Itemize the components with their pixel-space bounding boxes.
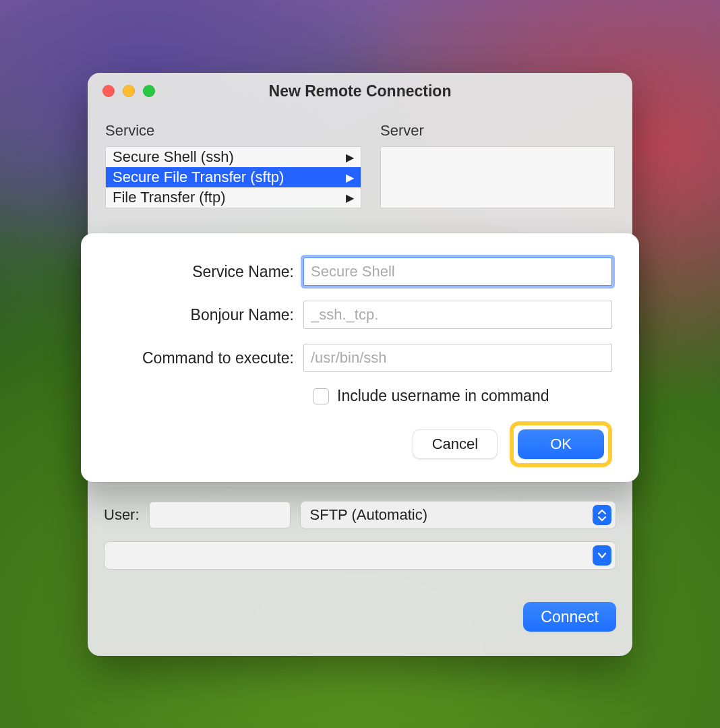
window-title: New Remote Connection	[88, 82, 632, 100]
chevron-right-icon: ▶	[346, 171, 354, 184]
service-name-label: Service Name:	[108, 263, 303, 281]
scheme-dropdown[interactable]: SFTP (Automatic)	[300, 501, 616, 529]
chevron-right-icon: ▶	[346, 191, 354, 204]
ok-button[interactable]: OK	[518, 429, 604, 459]
service-item-ftp[interactable]: File Transfer (ftp) ▶	[106, 187, 361, 208]
updown-icon	[593, 505, 611, 525]
new-remote-connection-window: New Remote Connection Service Secure She…	[88, 73, 632, 656]
scheme-label: SFTP (Automatic)	[310, 506, 427, 524]
service-item-label: Secure File Transfer (sftp)	[113, 169, 284, 186]
service-list[interactable]: Secure Shell (ssh) ▶ Secure File Transfe…	[105, 146, 361, 208]
include-username-checkbox[interactable]	[313, 388, 329, 404]
include-username-label: Include username in command	[337, 387, 549, 405]
service-sheet: Service Name: Bonjour Name: Command to e…	[81, 233, 639, 482]
titlebar: New Remote Connection	[88, 73, 632, 110]
service-item-sftp[interactable]: Secure File Transfer (sftp) ▶	[106, 167, 361, 187]
service-header: Service	[105, 122, 361, 140]
service-item-label: Secure Shell (ssh)	[113, 148, 234, 166]
user-input[interactable]	[149, 502, 291, 528]
command-combo[interactable]	[104, 541, 616, 570]
service-item-label: File Transfer (ftp)	[113, 189, 225, 206]
lower-section: User: SFTP (Automatic) Connect	[104, 485, 616, 632]
bonjour-name-input[interactable]	[303, 301, 612, 329]
bonjour-name-label: Bonjour Name:	[108, 306, 303, 324]
columns: Service Secure Shell (ssh) ▶ Secure File…	[88, 110, 632, 208]
service-item-ssh[interactable]: Secure Shell (ssh) ▶	[106, 147, 361, 167]
server-header: Server	[380, 122, 615, 140]
divider	[104, 485, 616, 486]
connect-button[interactable]: Connect	[523, 602, 616, 632]
service-column: Service Secure Shell (ssh) ▶ Secure File…	[105, 122, 361, 208]
server-list[interactable]	[380, 146, 615, 208]
server-column: Server	[380, 122, 615, 208]
user-label: User:	[104, 506, 140, 524]
service-name-input[interactable]	[303, 257, 612, 286]
command-input[interactable]	[303, 344, 612, 372]
chevron-right-icon: ▶	[346, 151, 354, 164]
chevron-down-icon	[593, 545, 611, 566]
cancel-button[interactable]: Cancel	[413, 429, 498, 459]
ok-highlight: OK	[510, 421, 612, 467]
command-label: Command to execute:	[108, 349, 303, 367]
